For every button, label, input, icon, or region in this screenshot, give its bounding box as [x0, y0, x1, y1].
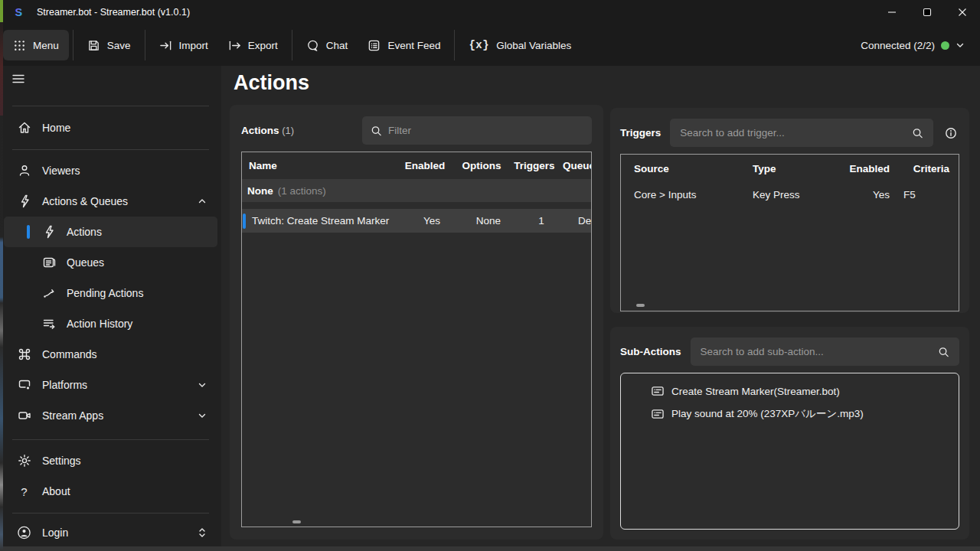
actions-filter-input[interactable]	[362, 116, 592, 145]
maximize-button[interactable]	[910, 0, 945, 24]
chevron-up-icon	[198, 197, 207, 206]
triggers-table[interactable]: Source Type Enabled Criteria Core > Inpu…	[620, 154, 959, 311]
actions-filter	[362, 116, 592, 145]
subaction-icon	[652, 409, 664, 419]
bolt-icon	[17, 194, 31, 209]
sidebar-divider	[12, 149, 209, 150]
info-icon	[945, 127, 957, 139]
app-window: S Streamer.bot - Streamer.bot (v1.0.1)	[0, 0, 980, 551]
chevron-updown-icon	[198, 527, 207, 538]
subaction-item[interactable]: Create Stream Marker(Streamer.bot)	[652, 380, 959, 403]
bolt-icon	[41, 225, 56, 240]
menu-button[interactable]: Menu	[3, 30, 69, 60]
selected-indicator	[27, 225, 30, 239]
stream-apps-icon	[17, 409, 31, 423]
sidebar-item-actions-queues[interactable]: Actions & Queues	[4, 186, 217, 217]
sidebar-item-viewers[interactable]: Viewers	[4, 155, 217, 186]
sidebar: Home Viewers Actions & Queues Actions	[0, 66, 221, 551]
column-criteria[interactable]: Criteria	[893, 163, 952, 174]
sidebar-item-home[interactable]: Home	[4, 112, 217, 143]
minimize-button[interactable]	[874, 0, 910, 24]
close-button[interactable]	[945, 0, 980, 24]
chevron-down-icon	[198, 380, 207, 390]
sidebar-item-action-history[interactable]: Action History	[4, 308, 217, 339]
save-icon	[87, 39, 100, 52]
window-bottom-edge	[0, 546, 980, 551]
subaction-item[interactable]: Play sound at 20% (237XPバルーン.mp3)	[652, 403, 959, 425]
chevron-down-icon	[956, 41, 965, 50]
horizontal-scrollbar-thumb[interactable]	[292, 520, 301, 523]
triggers-search-input[interactable]	[670, 119, 933, 147]
subactions-search-input[interactable]	[691, 337, 960, 366]
subactions-search	[691, 337, 960, 366]
search-icon	[371, 125, 382, 136]
platforms-icon	[17, 378, 31, 393]
chat-icon	[306, 39, 319, 52]
grid-menu-icon	[13, 39, 26, 52]
column-source[interactable]: Source	[631, 163, 750, 174]
login-account-icon	[17, 526, 31, 540]
column-triggers[interactable]: Triggers	[509, 160, 560, 171]
event-feed-icon	[368, 39, 381, 52]
triggers-panel: Triggers Source Type Enabled Criteria Co…	[610, 108, 969, 313]
window-title: Streamer.bot - Streamer.bot (v1.0.1)	[37, 7, 190, 18]
gear-icon	[17, 454, 31, 468]
export-icon	[228, 39, 241, 52]
sidebar-item-settings[interactable]: Settings	[4, 445, 217, 476]
sidebar-item-about[interactable]: ? About	[4, 476, 217, 507]
question-icon: ?	[17, 484, 31, 499]
toolbar-separator	[292, 30, 292, 60]
column-type[interactable]: Type	[750, 163, 808, 174]
column-enabled[interactable]: Enabled	[396, 160, 454, 171]
sidebar-toggle-button[interactable]	[0, 66, 221, 93]
subactions-panel-title: Sub-Actions	[620, 346, 681, 357]
sidebar-divider	[12, 106, 209, 106]
column-name[interactable]: Name	[246, 160, 396, 171]
chat-button[interactable]: Chat	[296, 30, 358, 60]
sidebar-item-pending-actions[interactable]: Pending Actions	[4, 278, 217, 308]
action-row[interactable]: Twitch: Create Stream Marker Yes None 1 …	[242, 209, 591, 233]
column-queue[interactable]: Queue	[560, 160, 592, 171]
import-button[interactable]: Import	[149, 30, 218, 60]
event-feed-button[interactable]: Event Feed	[358, 30, 450, 60]
sidebar-item-commands[interactable]: Commands	[4, 339, 217, 370]
search-icon	[938, 346, 949, 357]
global-variables-icon: {x}	[469, 39, 489, 51]
actions-count: (1)	[282, 125, 294, 136]
toolbar: Menu Save Import Export Chat	[0, 24, 980, 66]
actions-panel-title: Actions (1)	[241, 125, 294, 136]
sidebar-divider	[12, 439, 209, 440]
triggers-info-button[interactable]	[942, 125, 959, 142]
horizontal-scrollbar-thumb[interactable]	[636, 304, 645, 307]
chevron-down-icon	[198, 411, 207, 420]
sidebar-item-stream-apps[interactable]: Stream Apps	[4, 400, 217, 431]
column-enabled[interactable]: Enabled	[808, 163, 893, 174]
sidebar-divider	[12, 513, 209, 514]
home-icon	[17, 121, 31, 135]
person-icon	[17, 164, 31, 178]
trigger-row[interactable]: Core > Inputs Key Press Yes F5	[621, 183, 959, 206]
actions-table[interactable]: Name Enabled Options Triggers Queue None…	[241, 152, 592, 527]
actions-panel: Actions (1) Name Enabled Options Trigger…	[230, 105, 603, 540]
sidebar-item-queues[interactable]: Queues	[4, 247, 217, 278]
save-button[interactable]: Save	[77, 30, 141, 60]
sidebar-item-actions[interactable]: Actions	[4, 217, 217, 247]
triggers-panel-title: Triggers	[620, 127, 661, 139]
export-button[interactable]: Export	[218, 30, 288, 60]
subactions-list[interactable]: Create Stream Marker(Streamer.bot) Play …	[620, 373, 959, 530]
global-variables-button[interactable]: {x} Global Variables	[459, 30, 581, 60]
toolbar-separator	[454, 30, 455, 60]
selected-indicator	[243, 214, 246, 229]
connection-status[interactable]: Connected (2/2)	[861, 40, 977, 51]
column-options[interactable]: Options	[454, 160, 509, 171]
triggers-search	[670, 119, 933, 147]
command-icon	[17, 347, 31, 362]
triggers-table-header: Source Type Enabled Criteria	[621, 155, 959, 183]
toolbar-separator	[145, 30, 145, 60]
toolbar-separator	[73, 30, 74, 60]
action-history-icon	[41, 317, 56, 331]
action-group-row[interactable]: None (1 actions)	[242, 179, 591, 202]
titlebar: S Streamer.bot - Streamer.bot (v1.0.1)	[0, 0, 980, 24]
sidebar-item-login[interactable]: Login	[4, 517, 217, 548]
sidebar-item-platforms[interactable]: Platforms	[4, 370, 217, 400]
